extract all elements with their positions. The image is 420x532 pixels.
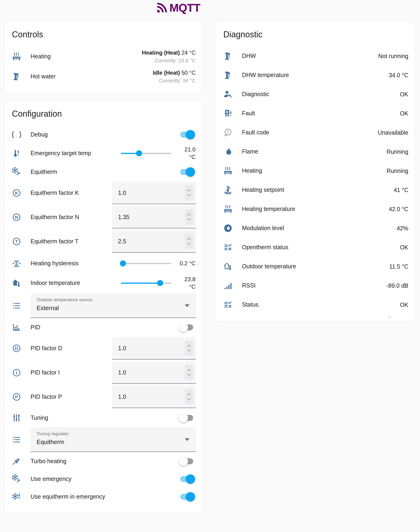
state-name: Heating (Heat) (142, 49, 180, 56)
control-state: Heating (Heat) 24 °C Currently: 23.8 °C (142, 49, 195, 64)
diagnostic-value: OK (400, 301, 409, 308)
message-alert-icon (223, 128, 233, 137)
list-status-icon (223, 300, 233, 310)
hysteresis-icon (12, 259, 21, 268)
snowflake-wrench-icon (12, 474, 21, 484)
configuration-card-title: Configuration (12, 109, 196, 119)
snowflake-wrench-icon (12, 167, 21, 177)
toggle-knob (179, 457, 188, 466)
slider-value: 23.8 °C (177, 276, 195, 291)
control-row-heating[interactable]: Heating Heating (Heat) 24 °C Currently: … (11, 46, 196, 66)
dropdown-arrow-icon (185, 304, 189, 307)
pid-factor-d-input[interactable]: 1.0 (112, 337, 196, 360)
diagnostic-card-title: Diagnostic (223, 30, 409, 39)
equitherm-factor-k-input[interactable]: 1.0 (112, 182, 196, 204)
outdoor-temperature-source-select[interactable]: Outdoor temperature source External (30, 293, 196, 318)
control-label: Hot water (30, 73, 153, 80)
tuning-regulator-select[interactable]: Tuning regulator Equitherm (30, 427, 196, 452)
diagnostic-value: 42% (397, 225, 409, 232)
diagnostic-row-dhw-temperature: DHW temperature 34.0 °C (222, 66, 409, 85)
diagnostic-value: -89.0 dB (386, 282, 409, 289)
diagnostic-value: 42.0 °C (389, 206, 409, 213)
pid-toggle[interactable] (180, 324, 193, 330)
diagnostic-value: 34.0 °C (389, 72, 409, 79)
config-row-tuning-regulator: Tuning regulator Equitherm (11, 427, 196, 452)
diagnostic-value: Running (387, 167, 409, 174)
debug-toggle[interactable] (180, 132, 193, 138)
config-row-pid-factor-p: PID factor P 1.0 (11, 385, 196, 409)
signal-icon (223, 281, 233, 290)
list-bulleted-icon (12, 301, 21, 310)
config-row-pid: PID (11, 319, 196, 336)
diagnostic-row-dhw: DHW Not running (222, 46, 409, 66)
config-row-equitherm-factor-t: Equitherm factor T 2.5 (11, 229, 196, 254)
snowflake-alert-icon (12, 492, 21, 502)
controls-card-title: Controls (12, 30, 196, 39)
diagnostic-value: Not running (378, 53, 409, 59)
stray-mark (389, 317, 390, 318)
pid-factor-i-input[interactable]: 1.0 (112, 361, 196, 384)
pid-factor-p-input[interactable]: 1.0 (112, 386, 196, 408)
boiler-alert-icon (223, 109, 233, 118)
number-stepper[interactable] (185, 389, 193, 404)
number-stepper[interactable] (185, 365, 193, 380)
diagnostic-value: Running (387, 148, 409, 155)
equitherm-toggle[interactable] (180, 169, 193, 175)
faucet-icon (223, 51, 233, 61)
config-row-tuning: Tuning (11, 409, 196, 427)
alpha-k-circle-icon (12, 188, 21, 198)
diagnostic-value: OK (400, 91, 409, 98)
equitherm-factor-n-input[interactable]: 1.35 (112, 206, 196, 228)
slider-thumb[interactable] (120, 260, 126, 266)
faucet-icon (12, 72, 21, 81)
number-stepper[interactable] (185, 340, 193, 356)
use-equitherm-in-emergency-toggle[interactable] (180, 494, 193, 500)
number-stepper[interactable] (185, 209, 193, 225)
diagnostic-row-heating-temperature: Heating temperature 42.0 °C (222, 200, 409, 219)
use-emergency-toggle[interactable] (180, 476, 193, 482)
radiator-icon (223, 204, 233, 214)
list-bulleted-icon (12, 435, 21, 444)
control-row-hot-water[interactable]: Hot water Idle (Heat) 50 °C Currently: 3… (11, 66, 196, 87)
diagnostic-value: Unavailable (378, 129, 409, 136)
diagnostic-row-heating: Heating Running (222, 161, 409, 180)
config-row-equitherm-factor-k: Equitherm factor K 1.0 (11, 181, 196, 205)
diagnostic-row-modulation-level: Modulation level 42% (222, 219, 409, 238)
diagnostic-row-diagnostic: Diagnostic OK (222, 85, 409, 104)
indoor-temperature-slider[interactable] (121, 280, 171, 286)
config-row-use-emergency: Use emergency (11, 470, 196, 488)
control-state: Idle (Heat) 50 °C Currently: 34 °C (153, 70, 195, 84)
diagnostic-value: 11.5 °C (389, 263, 409, 270)
emergency-target-temp-slider[interactable] (121, 150, 171, 157)
tuning-toggle[interactable] (180, 415, 193, 421)
turbo-heating-toggle[interactable] (180, 458, 193, 464)
config-row-emergency-target-temp: Emergency target temp 21.0 °C (11, 144, 196, 163)
diagnostic-row-fault-code: Fault code Unavailable (222, 123, 409, 142)
number-stepper[interactable] (185, 234, 193, 249)
alpha-t-circle-icon (12, 237, 21, 246)
config-row-turbo-heating: Turbo heating (11, 452, 196, 470)
slider-thumb[interactable] (136, 150, 142, 156)
state-current: Currently: 34 °C (153, 78, 195, 84)
config-row-use-equitherm-in-emergency: Use equitherm in emergency (11, 488, 196, 506)
diagnostic-value: OK (400, 110, 409, 117)
slider-thumb[interactable] (157, 280, 163, 286)
state-current: Currently: 23.8 °C (142, 58, 195, 64)
code-braces-icon (12, 130, 21, 139)
heating-hysteresis-slider[interactable] (121, 260, 171, 267)
diagnostic-value: 41 °C (394, 187, 409, 193)
list-status-icon (223, 243, 233, 252)
equitherm-factor-t-input[interactable]: 2.5 (112, 230, 196, 253)
rocket-icon (12, 457, 21, 466)
config-row-indoor-temperature: Indoor temperature 23.8 °C (11, 273, 196, 293)
toggle-knob (186, 492, 195, 502)
alpha-n-circle-icon (12, 213, 21, 222)
diagnostic-row-opentherm-status: Opentherm status OK (222, 238, 409, 257)
faucet-icon (223, 71, 233, 80)
fire-icon (223, 147, 233, 156)
chart-histogram-icon (12, 323, 21, 332)
account-wrench-icon (223, 89, 233, 99)
controls-card: Controls Heating Heating (Heat) 24 °C Cu… (4, 21, 202, 94)
diagnostic-card: Diagnostic DHW Not running DHW temperatu… (216, 21, 415, 322)
number-stepper[interactable] (185, 185, 193, 200)
